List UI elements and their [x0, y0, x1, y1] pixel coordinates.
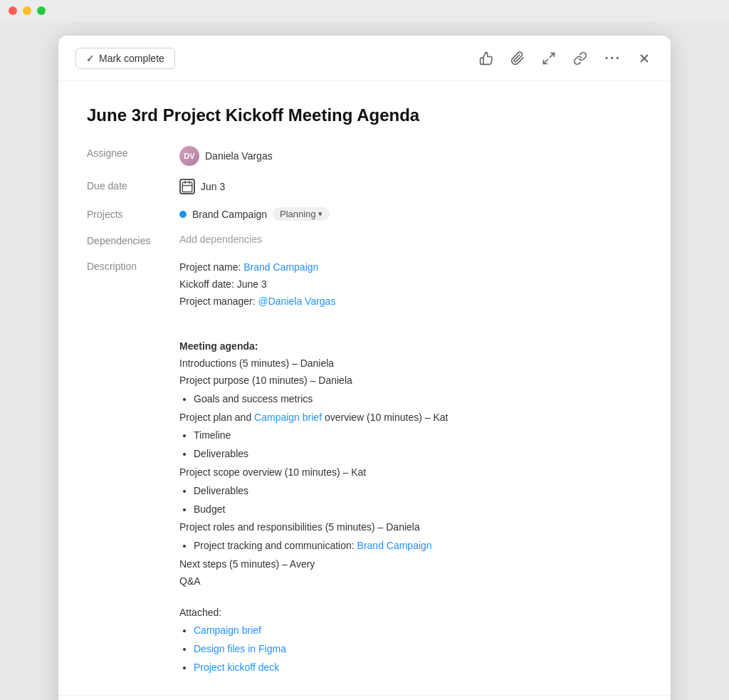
- description-label: Description: [87, 259, 179, 272]
- agenda-next-steps: Next steps (5 minutes) – Avery: [179, 556, 642, 573]
- projects-row: Projects Brand Campaign Planning ▾: [87, 207, 642, 221]
- campaign-brief-link[interactable]: Campaign brief: [254, 412, 322, 423]
- attached-section: Attached: Campaign brief Design files in…: [179, 605, 642, 677]
- due-date-row: Due date Jun 3: [87, 179, 642, 194]
- svg-rect-4: [182, 182, 192, 192]
- agenda-plan-suffix: overview (10 minutes) – Kat: [322, 412, 448, 423]
- agenda-plan-prefix: Project plan and: [179, 412, 254, 423]
- modal-body: June 3rd Project Kickoff Meeting Agenda …: [58, 81, 671, 695]
- titlebar: [0, 0, 729, 21]
- assignee-row: Assignee DV Daniela Vargas: [87, 146, 642, 166]
- agenda-sub3: Deliverables Budget: [179, 483, 642, 518]
- agenda-sub2-item-1: Timeline: [194, 427, 642, 444]
- header-actions: ···: [476, 47, 654, 69]
- task-title: June 3rd Project Kickoff Meeting Agenda: [87, 104, 642, 126]
- desc-project-name: Project name: Brand Campaign: [179, 259, 642, 276]
- description-content: Project name: Brand Campaign Kickoff dat…: [179, 259, 642, 678]
- close-button[interactable]: [9, 6, 17, 15]
- meeting-agenda-text: Meeting agenda:: [179, 340, 258, 352]
- project-status: Planning: [280, 209, 316, 219]
- assignee-value: DV Daniela Vargas: [179, 146, 273, 166]
- modal-wrapper: ✓ Mark complete ···: [0, 21, 729, 700]
- desc-project-name-label: Project name:: [179, 261, 243, 273]
- agenda-plan: Project plan and Campaign brief overview…: [179, 409, 642, 427]
- projects-label: Projects: [87, 207, 179, 220]
- agenda-sub4: Project tracking and communication: Bran…: [194, 538, 642, 555]
- agenda-sub3-item-2: Budget: [194, 501, 642, 518]
- close-button[interactable]: [635, 49, 654, 68]
- agenda-sub4: Project tracking and communication: Bran…: [179, 538, 642, 555]
- dependencies-row: Dependencies Add dependencies: [87, 234, 642, 246]
- agenda-sub1-item: Goals and success metrics: [194, 391, 642, 408]
- mark-complete-button[interactable]: ✓ Mark complete: [75, 48, 175, 69]
- attached-link-3: Project kickoff deck: [194, 659, 642, 677]
- attached-link-1: Campaign brief: [194, 622, 642, 639]
- task-modal: ✓ Mark complete ···: [58, 36, 671, 700]
- description-section: Description Project name: Brand Campaign…: [87, 259, 642, 678]
- attachment-button[interactable]: [508, 48, 528, 68]
- assignee-label: Assignee: [87, 146, 179, 159]
- project-dot: [179, 211, 187, 218]
- link-button[interactable]: [570, 48, 590, 68]
- more-button[interactable]: ···: [602, 47, 624, 69]
- agenda-sub3-item-1: Deliverables: [194, 483, 642, 500]
- dependencies-value: Add dependencies: [179, 234, 262, 245]
- desc-pm-link[interactable]: @Daniela Vargas: [258, 296, 336, 307]
- agenda-item-2: Project purpose (10 minutes) – Daniela: [179, 372, 642, 390]
- desc-project-manager: Project manager: @Daniela Vargas: [179, 293, 642, 310]
- maximize-button[interactable]: [37, 6, 46, 15]
- svg-line-0: [550, 53, 555, 57]
- desc-blank: [179, 322, 642, 339]
- assignee-name[interactable]: Daniela Vargas: [205, 150, 273, 162]
- mark-complete-label: Mark complete: [99, 53, 164, 64]
- project-status-badge[interactable]: Planning ▾: [273, 207, 330, 221]
- checkmark-icon: ✓: [86, 53, 95, 64]
- calendar-icon: [179, 179, 195, 194]
- due-date-value[interactable]: Jun 3: [179, 179, 225, 194]
- dependencies-label: Dependencies: [87, 234, 179, 246]
- meeting-agenda-heading: Meeting agenda:: [179, 338, 642, 355]
- agenda-item-1: Introductions (5 minutes) – Daniela: [179, 355, 642, 372]
- projects-value: Brand Campaign Planning ▾: [179, 207, 330, 221]
- modal-header: ✓ Mark complete ···: [58, 36, 671, 81]
- svg-line-1: [544, 59, 548, 63]
- agenda-sub2: Timeline Deliverables: [179, 427, 642, 463]
- attached-link-2: Design files in Figma: [194, 641, 642, 658]
- desc-project-name-link[interactable]: Brand Campaign: [243, 261, 318, 273]
- agenda-sub1: Goals and success metrics: [179, 391, 642, 408]
- attached-links-list: Campaign brief Design files in Figma Pro…: [179, 622, 642, 676]
- share-button[interactable]: [539, 48, 559, 68]
- project-kickoff-deck-link[interactable]: Project kickoff deck: [194, 662, 279, 673]
- project-name[interactable]: Brand Campaign: [192, 209, 267, 220]
- agenda-qa: Q&A: [179, 573, 642, 590]
- attached-heading: Attached:: [179, 605, 642, 622]
- minimize-button[interactable]: [23, 6, 31, 15]
- agenda-sub2-item-2: Deliverables: [194, 446, 642, 463]
- brand-campaign-link[interactable]: Brand Campaign: [357, 540, 432, 551]
- thumbsup-button[interactable]: [476, 48, 496, 68]
- comment-area: DV Ask a question or post an update...: [58, 695, 671, 700]
- add-dependencies-link[interactable]: Add dependencies: [179, 234, 262, 245]
- design-files-link[interactable]: Design files in Figma: [194, 643, 286, 654]
- chevron-down-icon: ▾: [318, 209, 322, 219]
- agenda-sub4-prefix: Project tracking and communication:: [194, 540, 357, 551]
- due-date: Jun 3: [201, 181, 225, 192]
- agenda-scope: Project scope overview (10 minutes) – Ka…: [179, 464, 642, 481]
- desc-pm-label: Project manager:: [179, 296, 258, 307]
- agenda-roles: Project roles and responsibilities (5 mi…: [179, 519, 642, 536]
- due-date-label: Due date: [87, 179, 179, 192]
- assignee-avatar: DV: [179, 146, 199, 166]
- campaign-brief-attached-link[interactable]: Campaign brief: [194, 625, 261, 636]
- desc-kickoff-date: Kickoff date: June 3: [179, 276, 642, 293]
